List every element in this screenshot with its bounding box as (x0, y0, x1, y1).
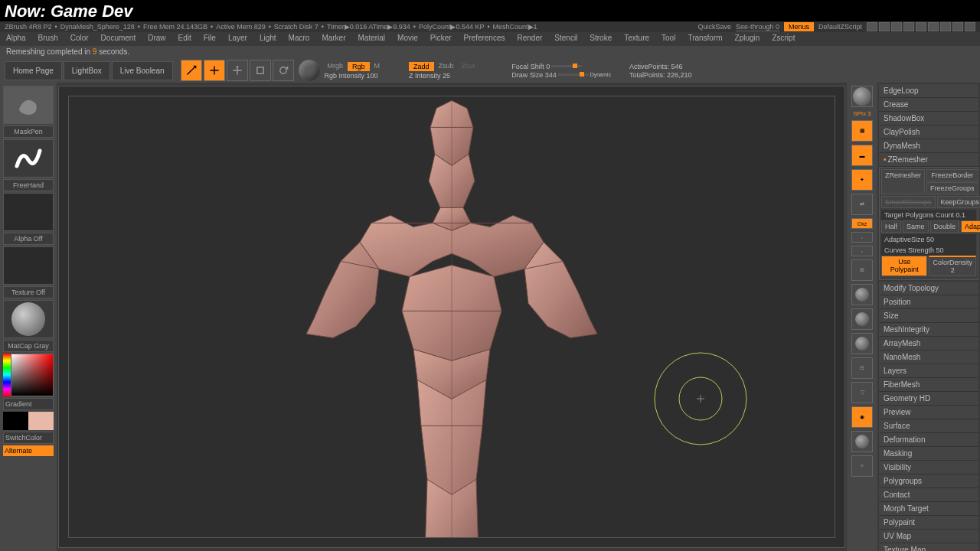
win-icon-5[interactable] (916, 22, 926, 31)
rgb-button[interactable]: Rgb (348, 62, 370, 71)
bpr-button[interactable] (851, 86, 873, 107)
panel-polypaint[interactable]: Polypaint (879, 516, 978, 530)
draw-tool[interactable] (204, 60, 225, 81)
menu-picker[interactable]: Picker (424, 34, 458, 44)
win-icon-4[interactable] (903, 22, 914, 31)
panel-dynamesh[interactable]: DynaMesh (879, 139, 978, 153)
alternate-button[interactable]: Alternate (3, 445, 54, 456)
win-icon-1[interactable] (867, 22, 877, 31)
menu-tool[interactable]: Tool (655, 34, 681, 44)
axis2-button[interactable]: ◦ (851, 246, 873, 256)
panel-morph-target[interactable]: Morph Target (879, 502, 978, 516)
home-button[interactable]: Home Page (5, 61, 62, 80)
menu-material[interactable]: Material (352, 34, 392, 44)
menu-zplugin[interactable]: Zplugin (729, 34, 766, 44)
panel-preview[interactable]: Preview (879, 406, 978, 419)
menu-marker[interactable]: Marker (315, 34, 351, 44)
seethrough-slider[interactable]: See-through 0 (736, 23, 779, 31)
keepgroups-button[interactable]: KeepGroups (937, 196, 980, 208)
menu-edit[interactable]: Edit (172, 34, 198, 44)
menu-layer[interactable]: Layer (222, 34, 253, 44)
close-icon[interactable] (965, 22, 975, 31)
switchcolor-button[interactable]: SwitchColor (3, 432, 54, 444)
scale-tool[interactable] (250, 60, 271, 81)
menu-macro[interactable]: Macro (283, 34, 316, 44)
texture-thumb[interactable] (3, 246, 54, 285)
maximize-icon[interactable] (952, 22, 963, 31)
zcut-button[interactable]: Zcut (459, 62, 479, 71)
liveboolean-button[interactable]: Live Boolean (112, 61, 173, 80)
lightbox-button[interactable]: LightBox (64, 61, 110, 80)
zsub-button[interactable]: Zsub (436, 62, 457, 71)
menu-alpha[interactable]: Alpha (0, 34, 32, 44)
menu-color[interactable]: Color (64, 34, 95, 44)
hue-strip[interactable] (3, 354, 11, 396)
solo-button[interactable]: ◉ (851, 406, 873, 428)
material-sphere[interactable] (299, 60, 320, 81)
grid-button[interactable]: ⊟ (851, 357, 873, 379)
menu-stroke[interactable]: Stroke (583, 34, 618, 44)
menu-draw[interactable]: Draw (142, 34, 172, 44)
focal-shift-slider[interactable]: Focal Shift 0 (511, 63, 611, 70)
xyz-button[interactable]: Oxz (851, 218, 873, 229)
rotate-button[interactable] (851, 333, 873, 354)
panel-fibermesh[interactable]: FiberMesh (879, 378, 978, 392)
mrgb-button[interactable]: Mrgb (325, 62, 347, 71)
axis-button[interactable]: ◦ (851, 232, 873, 243)
panel-claypolish[interactable]: ClayPolish (879, 126, 978, 139)
lsym-button[interactable]: ⇄ (851, 194, 873, 215)
smoothgroups-button[interactable]: SmoothGroups (881, 196, 936, 208)
menu-document[interactable]: Document (95, 34, 142, 44)
move-tool[interactable] (227, 60, 248, 81)
win-icon-6[interactable] (928, 22, 939, 31)
panel-layers[interactable]: Layers (879, 364, 978, 378)
defaultz-button[interactable]: DefaultZScript (818, 23, 862, 31)
color-picker[interactable] (3, 354, 54, 396)
menu-light[interactable]: Light (253, 34, 283, 44)
menu-brush[interactable]: Brush (32, 34, 64, 44)
menu-zscript[interactable]: Zscript (766, 34, 801, 44)
panel-shadowbox[interactable]: ShadowBox (879, 112, 978, 126)
double-button[interactable]: Double (930, 220, 960, 233)
zoom-button[interactable] (851, 308, 873, 330)
adapt-button[interactable]: Adapt (961, 220, 980, 233)
viewport[interactable] (58, 86, 845, 548)
mesh-integrity[interactable]: MeshIntegrity (879, 323, 978, 337)
floor-button[interactable]: ▬ (851, 145, 873, 166)
half-button[interactable]: Half (881, 220, 901, 233)
win-icon-2[interactable] (879, 22, 890, 31)
menu-transform[interactable]: Transform (681, 34, 728, 44)
secondary-color[interactable] (3, 412, 28, 430)
panel-masking[interactable]: Masking (879, 447, 978, 461)
stroke-thumb[interactable] (3, 139, 54, 178)
menu-preferences[interactable]: Preferences (458, 34, 511, 44)
zremesher-header[interactable]: ZRemesher (879, 153, 978, 167)
menu-file[interactable]: File (198, 34, 222, 44)
menu-texture[interactable]: Texture (618, 34, 655, 44)
curves-slider[interactable]: Curves Strength 50 (881, 245, 976, 256)
color-field[interactable] (11, 354, 54, 396)
brush-thumb[interactable] (3, 86, 54, 124)
minimize-icon[interactable] (940, 22, 951, 31)
panel-texture-map[interactable]: Texture Map (879, 543, 978, 551)
adaptive-slider[interactable]: AdaptiveSize 50 (881, 234, 976, 245)
move-button[interactable] (851, 284, 873, 305)
panel-visibility[interactable]: Visibility (879, 461, 978, 474)
panel-geometry-hd[interactable]: Geometry HD (879, 392, 978, 406)
material-thumb[interactable] (3, 300, 54, 338)
m-button[interactable]: M (371, 62, 384, 71)
panel-polygroups[interactable]: Polygroups (879, 474, 978, 488)
menu-movie[interactable]: Movie (391, 34, 424, 44)
menu-stencil[interactable]: Stencil (548, 34, 583, 44)
spix-label[interactable]: SPix 3 (853, 110, 871, 117)
local-button[interactable]: ✦ (851, 169, 873, 191)
freezeborder-button[interactable]: FreezeBorder (926, 169, 978, 181)
win-icon-3[interactable] (891, 22, 902, 31)
rotate-tool[interactable] (273, 60, 294, 81)
menus-button[interactable]: Menus (784, 22, 814, 31)
modify-topology[interactable]: Modify Topology (879, 282, 978, 295)
panel-surface[interactable]: Surface (879, 419, 978, 433)
target-poly-slider[interactable]: Target Polygons Count 0.1 (881, 210, 976, 220)
panel-contact[interactable]: Contact (879, 488, 978, 502)
edit-tool[interactable] (181, 60, 202, 81)
